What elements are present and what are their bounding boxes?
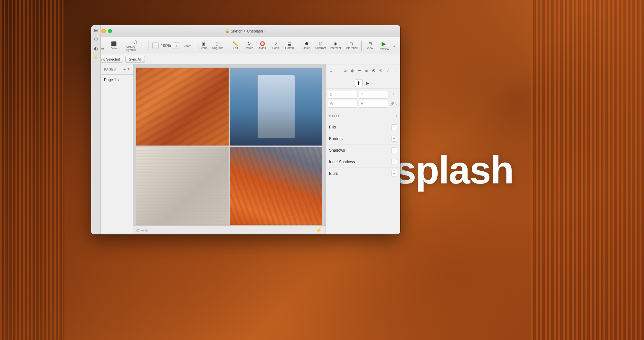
export-button[interactable]: ▶ — [364, 79, 372, 87]
pages-header-actions: + ▾ — [123, 67, 129, 72]
zoom-value: 100% — [160, 43, 172, 48]
align-left-button[interactable]: ⫠ — [328, 68, 334, 74]
add-inner-shadow-button[interactable]: + — [391, 159, 397, 165]
create-symbol-label: Create Symbol — [126, 45, 144, 52]
style-section: STYLE ▾ Fills + Borders + Shadows + Inne… — [326, 111, 400, 234]
lock-proportions-button[interactable]: 🔗 — [390, 102, 394, 106]
window-title-lock-icon: 🔒 — [225, 29, 229, 33]
group-icon: ▣ — [202, 42, 205, 46]
zoom-minus-button[interactable]: − — [152, 42, 159, 49]
style-label: STYLE — [329, 114, 340, 118]
borders-row[interactable]: Borders + — [326, 133, 400, 145]
edit-icon: ✏️ — [233, 42, 238, 46]
maximize-button[interactable] — [108, 29, 112, 33]
add-border-button[interactable]: + — [391, 136, 397, 142]
rotate-tool[interactable]: ↻ Rotate — [242, 40, 255, 51]
style-header: STYLE ▾ — [326, 111, 400, 121]
distribute-h-button[interactable]: ⦿ — [370, 68, 377, 74]
zoom-plus-button[interactable]: + — [173, 42, 179, 49]
shadows-label: Shadows — [329, 148, 345, 153]
bg-bars-right — [531, 0, 644, 340]
bg-bars-left — [0, 0, 64, 340]
ungroup-tool[interactable]: ⬚ Ungroup — [211, 40, 225, 51]
sub-toolbar: Sync Selected Sync All — [91, 54, 400, 64]
resize-button[interactable]: ⤢ — [384, 68, 391, 74]
title-bar: 🔒 Sketch + Unsplash ▾ — [91, 25, 400, 37]
align-buttons: ⫠ ⫟ ⫡ ⫛ ⬌ ⫙ ⦿ ⦾ ⤢ ↔ — [328, 68, 398, 74]
difference-tool[interactable]: ⬡ Difference — [343, 40, 359, 51]
add-blur-button[interactable]: + — [391, 171, 397, 176]
scale-icon: ⤢ — [274, 42, 278, 46]
add-page-button[interactable]: + — [123, 67, 126, 72]
create-symbol-tool[interactable]: ⬡ Create Symbol — [124, 39, 146, 53]
inner-shadows-row[interactable]: Inner Shadows + — [326, 156, 400, 168]
left-icon-strip: ⊞ ⎔ ◐ ⚡ — [91, 64, 101, 234]
view-tool[interactable]: ⊞ View — [364, 40, 376, 51]
union-label: Union — [303, 46, 310, 50]
shadows-row[interactable]: Shadows + — [326, 145, 400, 156]
inner-shadows-label: Inner Shadows — [329, 160, 355, 164]
sync-all-button[interactable]: Sync All — [125, 56, 145, 63]
difference-icon: ⬡ — [349, 42, 353, 46]
subtract-tool[interactable]: ⬡ Subtract — [314, 40, 327, 51]
photo-4 — [230, 147, 322, 225]
mask-tool[interactable]: ⭕ Mask — [256, 40, 269, 51]
flip-h-button[interactable]: ↔ — [392, 68, 398, 74]
add-shadow-button[interactable]: + — [391, 147, 397, 153]
subtract-icon: ⬡ — [319, 42, 322, 46]
mask-label: Mask — [259, 46, 266, 50]
toolbar-divider-5 — [298, 41, 298, 51]
filter-label: Filter — [141, 228, 148, 232]
zoom-controls: − 100% + — [150, 42, 182, 50]
canvas[interactable]: ⊙ Filter ⚡ — [133, 64, 326, 234]
right-panel-top: ⫠ ⫟ ⫡ ⫛ ⬌ ⫙ ⦿ ⦾ ⤢ ↔ — [326, 64, 400, 77]
h-field[interactable]: H — [359, 100, 388, 108]
scale-label: Scale — [272, 46, 280, 50]
edit-label: Edit — [233, 46, 238, 50]
align-bottom-button[interactable]: ⫙ — [363, 68, 370, 74]
data-label: Data — [110, 47, 117, 50]
window-title-chevron-icon: ▾ — [264, 30, 266, 33]
y-field[interactable]: Y — [359, 91, 388, 99]
union-tool[interactable]: ⬟ Union — [300, 40, 313, 51]
flatten-tool[interactable]: ⬓ Flatten — [283, 40, 296, 51]
canvas-bottom-right: ⚡ — [316, 227, 322, 233]
rotate-icon: ↻ — [247, 42, 251, 46]
intersect-tool[interactable]: ◈ Intersect — [328, 40, 342, 51]
right-panel: ⫠ ⫟ ⫡ ⫛ ⬌ ⫙ ⦿ ⦾ ⤢ ↔ ⬆ ▶ — [326, 64, 400, 234]
blurs-row[interactable]: Blurs + — [326, 168, 400, 179]
window-title-text: Sketch + Unsplash — [231, 29, 263, 33]
preview-tool[interactable]: ▶ Preview — [377, 40, 391, 52]
align-top-button[interactable]: ⫛ — [349, 68, 355, 74]
edit-tool[interactable]: ✏️ Edit — [229, 40, 242, 51]
add-fill-button[interactable]: + — [391, 124, 397, 130]
toolbar: ＋ Insert ⬛ Data ⬡ Create Symbol − 100% +… — [91, 37, 400, 54]
appearance-button[interactable]: ⬆ — [355, 79, 363, 87]
pages-chevron-icon: ▾ — [128, 67, 129, 72]
view-icon: ⊞ — [368, 42, 372, 46]
distribute-v-button[interactable]: ⦾ — [377, 68, 384, 74]
fills-row[interactable]: Fills + — [326, 121, 400, 133]
intersect-label: Intersect — [330, 46, 341, 50]
flip-button[interactable]: ▷ — [395, 102, 397, 106]
toolbar-divider-3 — [195, 41, 195, 51]
w-field[interactable]: W — [328, 100, 357, 108]
more-tool[interactable]: » — [391, 42, 398, 49]
lightning-button[interactable]: ⚡ — [316, 227, 322, 233]
y-label: Y — [361, 93, 365, 97]
align-center-v-button[interactable]: ⬌ — [356, 68, 363, 74]
scale-tool[interactable]: ⤢ Scale — [270, 40, 282, 51]
minimize-button[interactable] — [101, 29, 106, 33]
degree-field: ° — [389, 91, 398, 99]
constrain-buttons: 🔗 ▷ — [389, 100, 398, 108]
h-label: H — [361, 102, 365, 106]
x-label: X — [330, 93, 334, 97]
align-center-h-button[interactable]: ⫟ — [335, 68, 341, 74]
page-1-item[interactable]: Page 1 ▾ — [101, 75, 133, 85]
group-label: Group — [199, 46, 207, 50]
data-tool[interactable]: ⬛ Data — [107, 40, 120, 51]
align-right-button[interactable]: ⫡ — [342, 68, 348, 74]
xy-row: X Y ° — [328, 91, 398, 99]
group-tool[interactable]: ▣ Group — [197, 40, 210, 51]
x-field[interactable]: X — [328, 91, 357, 99]
